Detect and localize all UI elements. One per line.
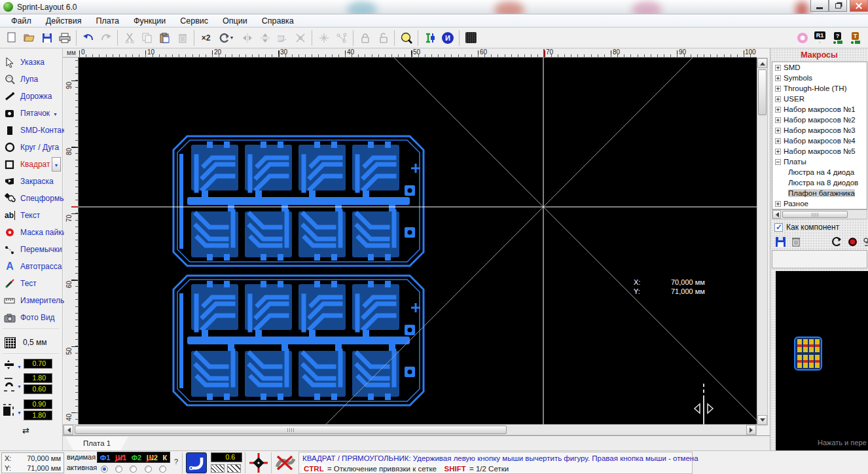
menu-functions[interactable]: Функции — [126, 15, 173, 27]
tree-item-set4[interactable]: Набор макросов №4 — [772, 136, 867, 146]
layer-help-mark[interactable]: ? — [174, 458, 178, 465]
pad-inner-input[interactable]: 0.60 — [24, 384, 52, 394]
tree-item-smd[interactable]: SMD — [772, 62, 867, 73]
tree-item-symbols[interactable]: Symbols — [772, 73, 867, 83]
restore-button[interactable] — [829, 0, 847, 12]
tool-track[interactable]: Дорожка — [0, 88, 63, 105]
solder-mask-toggle[interactable] — [793, 29, 811, 46]
expand-icon[interactable] — [775, 96, 781, 102]
new-file-button[interactable] — [3, 29, 20, 46]
scroll-left-button[interactable] — [63, 425, 73, 435]
lock-button[interactable] — [356, 29, 374, 46]
layer-f1-toggle[interactable]: Ф1 — [100, 454, 111, 462]
snap-crosshair-button[interactable] — [249, 452, 268, 473]
tool-smd-pad[interactable]: SMD-Контакт — [0, 122, 63, 139]
layer-f2-toggle[interactable]: Ф2 — [132, 454, 142, 462]
pad-dropdown-icon[interactable] — [53, 109, 58, 118]
scroll-down-button[interactable] — [757, 415, 767, 425]
tool-rectangle[interactable]: Квадрат — [0, 156, 63, 173]
collapse-icon[interactable] — [775, 159, 781, 165]
tree-item-lustre8[interactable]: Люстра на 8 диодов — [772, 177, 867, 188]
vertical-scroll-thumb[interactable] — [758, 69, 767, 115]
info-button[interactable]: И — [439, 29, 456, 46]
connections-button[interactable] — [333, 29, 350, 46]
menu-board[interactable]: Плата — [89, 15, 127, 27]
tool-photo-view[interactable]: Фото Вид — [0, 309, 63, 326]
menu-service[interactable]: Сервис — [173, 15, 215, 27]
hatch-style-1-button[interactable] — [211, 464, 225, 473]
macro-record-button[interactable] — [846, 236, 858, 247]
tree-item-user[interactable]: USER — [772, 94, 867, 104]
group-button[interactable] — [274, 29, 291, 46]
expand-icon[interactable] — [775, 65, 781, 71]
tool-pad[interactable]: Пятачок — [0, 105, 63, 122]
tool-jumpers[interactable]: Перемычки — [0, 241, 63, 258]
tree-item-through-hole[interactable]: Through-Hole (TH) — [772, 83, 867, 94]
rotate-button[interactable]: ▼ — [215, 29, 238, 46]
pad-outer-input[interactable]: 1.80 — [24, 373, 52, 383]
flip-horizontal-button[interactable] — [238, 29, 256, 46]
rectangle-dropdown-button[interactable] — [52, 157, 61, 172]
smd-width-input[interactable]: 0.90 — [24, 399, 52, 409]
expand-icon[interactable] — [775, 201, 781, 207]
menu-options[interactable]: Опции — [215, 15, 255, 27]
copy-button[interactable] — [138, 29, 156, 46]
layer-f2-radio[interactable] — [130, 465, 137, 473]
expand-icon[interactable] — [775, 117, 781, 123]
tool-magnifier[interactable]: Лупа — [0, 71, 63, 88]
expand-icon[interactable] — [775, 75, 781, 81]
unlock-button[interactable] — [374, 29, 391, 46]
close-button[interactable] — [850, 0, 868, 12]
tree-item-plafon[interactable]: Плафон багажника — [772, 188, 867, 198]
save-button[interactable] — [38, 29, 56, 46]
rubber-band-off-button[interactable] — [274, 452, 296, 473]
board-tab[interactable]: Плата 1 — [65, 437, 128, 450]
menu-help[interactable]: Справка — [255, 15, 301, 27]
layer-f1-radio[interactable] — [101, 465, 108, 473]
horizontal-scroll-thumb[interactable] — [75, 426, 507, 434]
tree-item-set3[interactable]: Набор макросов №3 — [772, 125, 867, 136]
track-width-dropdown[interactable] — [17, 361, 22, 371]
macro-save-button[interactable] — [774, 236, 786, 247]
hatch-style-2-button[interactable] — [227, 464, 241, 473]
print-button[interactable] — [56, 29, 73, 46]
tree-item-set1[interactable]: Набор макросов №1 — [772, 104, 867, 115]
layer-k-radio[interactable] — [159, 465, 166, 473]
layer-m1-radio[interactable] — [115, 465, 122, 473]
flip-vertical-button[interactable] — [256, 29, 274, 46]
tool-test[interactable]: Тест — [0, 275, 63, 292]
duplicate-button[interactable]: ×2 — [197, 29, 215, 46]
component-test-toggle[interactable]: ? — [829, 29, 846, 46]
tool-circle[interactable]: Круг / Дуга — [0, 139, 63, 156]
layer-m2-radio[interactable] — [145, 465, 152, 473]
tree-scroll-thumb[interactable] — [782, 211, 848, 218]
expand-icon[interactable] — [775, 138, 781, 144]
as-component-checkbox[interactable] — [774, 223, 783, 232]
expand-icon[interactable] — [775, 149, 781, 155]
component-type-toggle[interactable]: T — [846, 29, 864, 46]
zoom-button[interactable] — [397, 29, 415, 46]
tool-pointer[interactable]: Указка — [0, 54, 63, 71]
scroll-right-button[interactable] — [746, 425, 756, 435]
as-component-row[interactable]: Как компонент — [774, 223, 839, 232]
undo-button[interactable] — [79, 29, 97, 46]
board-canvas[interactable]: X:70,000 мм Y:71,000 мм — [79, 58, 757, 426]
tree-item-set5[interactable]: Набор макросов №5 — [772, 146, 867, 156]
swap-dimensions-button[interactable]: ⇄ — [22, 426, 29, 435]
macro-stamp-button[interactable] — [862, 236, 868, 247]
tree-horizontal-scrollbar[interactable] — [772, 210, 867, 219]
tool-fill-zone[interactable]: Закраска — [0, 173, 63, 190]
tool-special-shapes[interactable]: Спецформы — [0, 190, 63, 207]
rotate-dropdown-icon[interactable]: ▼ — [230, 35, 234, 40]
tool-measure[interactable]: Измеритель — [0, 292, 63, 309]
scroll-up-button[interactable] — [757, 58, 767, 68]
layer-m1-toggle[interactable]: Ш1 — [115, 454, 126, 462]
track-width-input[interactable]: 0.70 — [24, 359, 52, 369]
track-style-button[interactable] — [186, 452, 207, 473]
cut-button[interactable] — [120, 29, 138, 46]
component-labels-toggle[interactable]: R1∶ — [811, 29, 829, 46]
tree-item-boards[interactable]: Платы — [772, 156, 867, 167]
tool-solder-mask[interactable]: Маска пайки — [0, 224, 63, 241]
paste-button[interactable] — [156, 29, 173, 46]
tool-text[interactable]: abТекст — [0, 207, 63, 224]
